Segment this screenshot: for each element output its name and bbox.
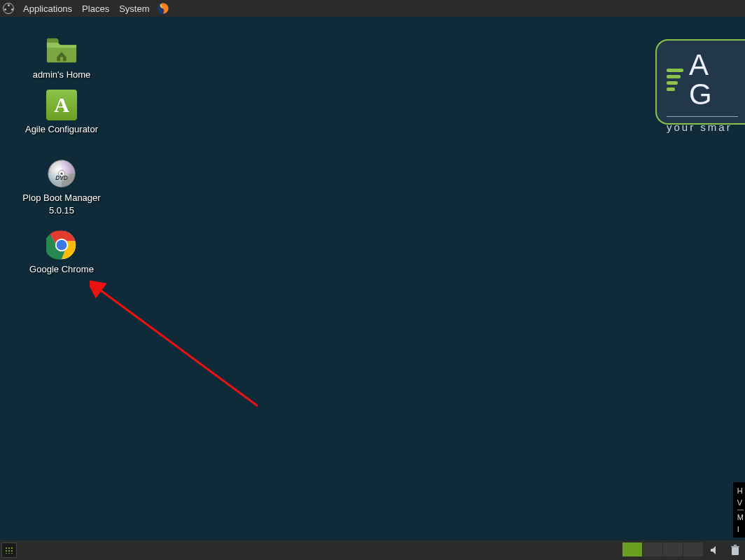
desktop-icon-admins-home[interactable]: admin's Home xyxy=(13,35,111,81)
info-panel: H V M I xyxy=(733,482,745,538)
desktop-icon-label: admin's Home xyxy=(13,69,111,81)
show-desktop-button[interactable] xyxy=(1,542,17,558)
workspace-1[interactable] xyxy=(622,542,642,556)
brand-divider xyxy=(667,116,738,117)
svg-rect-1 xyxy=(60,57,63,62)
bottom-taskbar xyxy=(0,540,745,560)
trash-icon[interactable] xyxy=(728,543,742,557)
info-line: M xyxy=(737,512,744,524)
svg-point-8 xyxy=(57,240,67,251)
info-line: H xyxy=(737,485,744,497)
svg-line-10 xyxy=(98,288,258,406)
dvd-icon: DVD xyxy=(45,158,78,189)
info-line: V xyxy=(737,497,744,509)
top-menu-bar: Applications Places System xyxy=(0,0,745,17)
svg-text:DVD: DVD xyxy=(55,175,67,181)
workspace-switcher[interactable] xyxy=(622,542,703,558)
workspace-4[interactable] xyxy=(683,542,703,556)
workspace-2[interactable] xyxy=(643,542,662,556)
menu-places[interactable]: Places xyxy=(77,4,114,14)
brand-box: A G your smar xyxy=(655,39,745,125)
svg-rect-12 xyxy=(731,546,739,547)
menu-system[interactable]: System xyxy=(114,4,154,14)
annotation-arrow xyxy=(90,280,265,413)
volume-icon[interactable] xyxy=(709,543,723,557)
desktop-icon-label: Google Chrome xyxy=(13,263,111,276)
desktop[interactable]: admin's Home A Agile Configurator xyxy=(0,17,745,540)
workspace-3[interactable] xyxy=(663,542,683,556)
desktop-icon-agile-configurator[interactable]: A Agile Configurator xyxy=(13,90,111,136)
desktop-icon-plop-boot-manager[interactable]: DVD Plop Boot Manager 5.0.15 xyxy=(13,158,111,216)
agile-icon: A xyxy=(45,90,78,120)
ubuntu-logo-icon[interactable] xyxy=(3,3,14,14)
folder-home-icon xyxy=(45,35,78,66)
desktop-icon-google-chrome[interactable]: Google Chrome xyxy=(13,230,111,276)
menu-applications[interactable]: Applications xyxy=(18,4,77,14)
chrome-icon xyxy=(45,230,78,260)
desktop-icon-label: Plop Boot Manager 5.0.15 xyxy=(13,192,111,216)
info-line: I xyxy=(737,524,744,536)
svg-rect-11 xyxy=(732,547,739,555)
brand-letters: A G xyxy=(689,50,738,109)
grid-icon xyxy=(5,547,13,554)
brand-tagline: your smar xyxy=(667,121,738,133)
desktop-icon-label: Agile Configurator xyxy=(13,123,111,136)
firefox-icon[interactable] xyxy=(157,2,169,15)
svg-rect-13 xyxy=(734,545,737,546)
brand-stripes-icon xyxy=(667,69,683,91)
